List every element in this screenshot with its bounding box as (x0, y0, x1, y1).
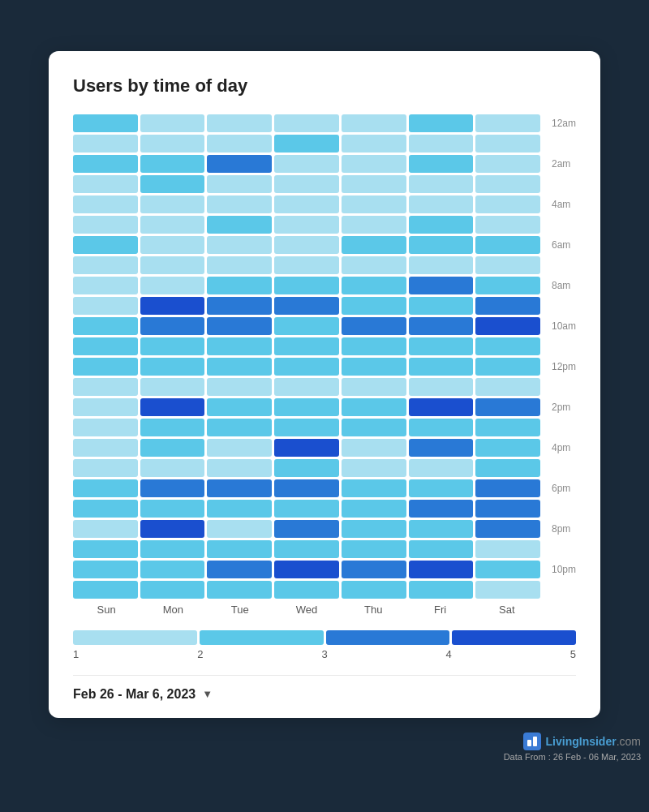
date-range-text: Feb 26 - Mar 6, 2023 (73, 687, 196, 702)
heatmap-cell (73, 114, 138, 132)
time-label-slot (547, 216, 576, 234)
heatmap-cell (140, 337, 205, 355)
heatmap-cell (409, 155, 474, 173)
heatmap-cell (274, 317, 339, 335)
heatmap-cell (207, 439, 272, 457)
heatmap-cell (274, 459, 339, 477)
time-label: 2am (547, 155, 576, 173)
heatmap-cell (409, 317, 474, 335)
heatmap-cell (207, 561, 272, 578)
day-label: Wed (273, 604, 340, 616)
heatmap-cell (342, 500, 406, 518)
heatmap-area: SunMonTueWedThuFriSat (73, 114, 540, 616)
time-label-slot (547, 419, 576, 436)
heatmap-cell (140, 439, 205, 457)
heatmap-cell (207, 540, 272, 558)
heatmap-cell (475, 155, 540, 173)
heatmap-cell (342, 195, 406, 213)
heatmap-cell (207, 419, 272, 436)
day-labels-row: SunMonTueWedThuFriSat (73, 604, 540, 616)
heatmap-cell (475, 195, 540, 213)
time-label-slot (547, 175, 576, 193)
date-range-selector[interactable]: Feb 26 - Mar 6, 2023 ▼ (73, 687, 576, 702)
heatmap-cell (274, 337, 339, 355)
heatmap-cell (140, 419, 205, 436)
time-label-slot (547, 297, 576, 315)
heatmap-cell (73, 155, 138, 173)
heatmap-cell (342, 561, 406, 578)
heatmap-cell (73, 419, 138, 436)
legend-num-4: 4 (446, 648, 452, 660)
heatmap-cell (409, 500, 474, 518)
heatmap-cell (73, 500, 138, 518)
time-label-slot (547, 540, 576, 558)
heatmap-cell (140, 297, 205, 315)
heatmap-cell (140, 581, 205, 599)
legend-num-3: 3 (321, 648, 327, 660)
heatmap-cell (274, 256, 339, 274)
time-label: 6am (547, 236, 576, 254)
heatmap-cell (274, 581, 339, 599)
heatmap-cell (207, 317, 272, 335)
logo-icon (523, 733, 541, 750)
heatmap-cell (409, 114, 474, 132)
footer-data-text: Data From : 26 Feb - 06 Mar, 2023 (504, 752, 641, 762)
heatmap-cell (409, 135, 474, 153)
day-label: Mon (140, 604, 206, 616)
legend-num-5: 5 (570, 648, 576, 660)
legend-num-2: 2 (197, 648, 203, 660)
time-label-slot (547, 135, 576, 153)
heatmap-cell (274, 398, 339, 416)
time-label: 12am (547, 114, 576, 132)
heatmap-cell (274, 297, 339, 315)
heatmap-cell (475, 297, 540, 315)
heatmap-cell (274, 175, 339, 193)
time-labels-column: 12am2am4am6am8am10am12pm2pm4pm6pm8pm10pm (540, 114, 576, 603)
heatmap-cell (73, 135, 138, 153)
heatmap-cell (207, 520, 272, 538)
heatmap-cell (475, 581, 540, 599)
day-label: Tue (207, 604, 273, 616)
heatmap-cell (140, 175, 205, 193)
day-label: Sat (474, 604, 540, 616)
heatmap-cell (409, 419, 474, 436)
legend-bar-2 (200, 630, 324, 645)
heatmap-cell (207, 459, 272, 477)
heatmap-cell (475, 358, 540, 376)
heatmap-cell (274, 358, 339, 376)
time-label: 10am (547, 317, 576, 335)
heatmap-cell (409, 216, 474, 234)
time-label-slot (547, 256, 576, 274)
heatmap-cell (207, 581, 272, 599)
footer: LivingInsider.com Data From : 26 Feb - 0… (0, 733, 649, 762)
heatmap-cell (207, 256, 272, 274)
time-label: 10pm (547, 561, 576, 578)
heatmap-cell (140, 155, 205, 173)
main-card: Users by time of day SunMonTueWedThuFriS… (49, 51, 600, 718)
legend-numbers: 1 2 3 4 5 (73, 648, 576, 660)
heatmap-cell (140, 135, 205, 153)
heatmap-cell (342, 216, 406, 234)
heatmap-cell (73, 297, 138, 315)
heatmap-cell (140, 520, 205, 538)
heatmap-cell (274, 114, 339, 132)
heatmap-cell (207, 216, 272, 234)
heatmap-cell (274, 540, 339, 558)
heatmap-cell (274, 155, 339, 173)
heatmap-cell (475, 337, 540, 355)
heatmap-cell (342, 439, 406, 457)
svg-rect-0 (527, 740, 531, 746)
heatmap-cell (409, 561, 474, 578)
heatmap-cell (475, 175, 540, 193)
heatmap-cell (73, 540, 138, 558)
heatmap-cell (140, 236, 205, 254)
heatmap-cell (475, 540, 540, 558)
heatmap-cell (342, 277, 406, 294)
heatmap-cell (409, 398, 474, 416)
time-label-slot (547, 500, 576, 518)
svg-rect-1 (533, 737, 537, 746)
time-label-slot (547, 337, 576, 355)
heatmap-cell (475, 479, 540, 497)
heatmap-cell (475, 520, 540, 538)
day-label: Fri (406, 604, 473, 616)
